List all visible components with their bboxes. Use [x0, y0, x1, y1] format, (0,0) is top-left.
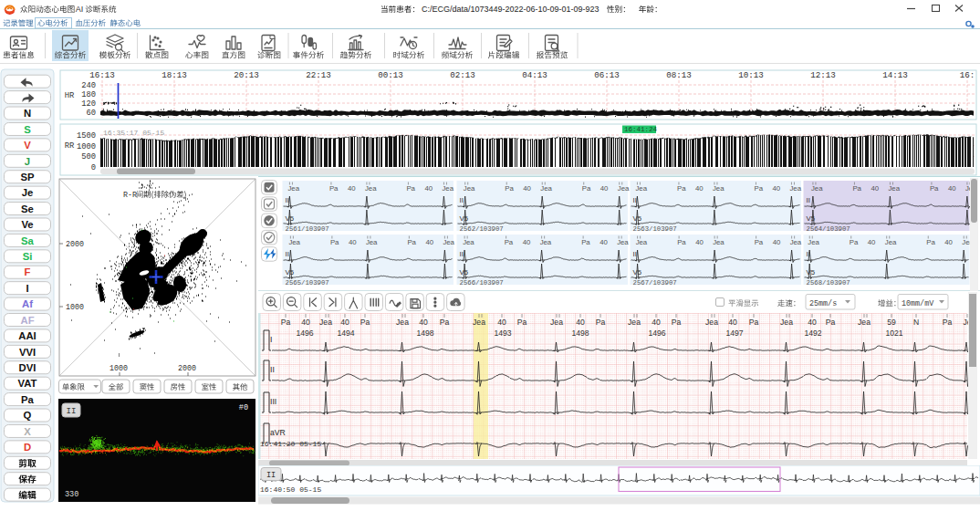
svg-text:16:: 16:: [960, 70, 975, 80]
svg-text:Pa: Pa: [852, 184, 861, 193]
svg-text:16:40:50 05-15: 16:40:50 05-15: [260, 485, 321, 494]
svg-text:V5: V5: [633, 214, 642, 223]
svg-text:Pa: Pa: [440, 318, 450, 327]
svg-text:2000: 2000: [178, 364, 196, 372]
svg-text:Jea: Jea: [464, 184, 475, 193]
svg-text:1000: 1000: [109, 364, 128, 372]
svg-text:Pa: Pa: [926, 238, 935, 246]
svg-text:Jea: Jea: [635, 184, 647, 193]
svg-text:Jea: Jea: [287, 184, 299, 193]
svg-text:II: II: [633, 250, 637, 258]
svg-text:10:13: 10:13: [738, 70, 764, 80]
svg-text:40: 40: [728, 318, 737, 327]
svg-text:08:13: 08:13: [666, 70, 692, 80]
svg-text:Jea: Jea: [550, 318, 563, 327]
svg-text:Jea: Jea: [396, 318, 409, 327]
svg-text:Jea: Jea: [790, 238, 802, 246]
svg-text:II: II: [286, 250, 289, 258]
svg-text:16:41:20 05-15: 16:41:20 05-15: [260, 440, 321, 448]
svg-text:Jea: Jea: [705, 318, 718, 327]
svg-text:25mm/s: 25mm/s: [809, 299, 837, 308]
svg-text:AAI: AAI: [18, 330, 36, 341]
svg-text:Pa: Pa: [749, 318, 759, 327]
svg-text:40: 40: [695, 184, 704, 193]
svg-text:1496: 1496: [296, 328, 313, 338]
svg-text:Jea: Jea: [628, 318, 641, 327]
svg-text:16:41:24: 16:41:24: [624, 126, 658, 133]
svg-text:0: 0: [91, 163, 96, 172]
svg-text:Jea: Jea: [366, 238, 378, 246]
svg-text:Pa: Pa: [581, 238, 590, 246]
svg-text:V5: V5: [286, 214, 295, 223]
svg-text:40: 40: [576, 318, 585, 327]
svg-text:Jea: Jea: [319, 318, 332, 327]
svg-text:Jea: Jea: [780, 318, 793, 327]
svg-text:14:13: 14:13: [882, 70, 908, 80]
svg-text:40: 40: [600, 184, 609, 193]
svg-text:00:13: 00:13: [378, 70, 403, 80]
svg-text:II: II: [633, 196, 637, 204]
svg-text:16:35:17 05-15: 16:35:17 05-15: [103, 129, 164, 137]
svg-text:40: 40: [599, 238, 608, 246]
svg-text:Jea: Jea: [636, 238, 648, 246]
svg-text:240: 240: [81, 81, 96, 90]
svg-text:Ve: Ve: [21, 219, 33, 230]
svg-text:V5: V5: [807, 268, 816, 276]
svg-text:Si: Si: [23, 251, 33, 262]
svg-text:Pa: Pa: [672, 318, 682, 327]
svg-text:RR: RR: [65, 141, 75, 151]
svg-text:2000: 2000: [66, 240, 84, 248]
svg-text:Jea: Jea: [858, 318, 871, 327]
svg-text:Pa: Pa: [21, 394, 35, 405]
svg-text:1021: 1021: [885, 328, 902, 338]
svg-text:V5: V5: [807, 214, 816, 223]
svg-text:Pa: Pa: [755, 238, 764, 246]
svg-text:Jea: Jea: [885, 238, 897, 246]
svg-text:12:13: 12:13: [810, 70, 836, 80]
svg-text:V5: V5: [286, 268, 295, 276]
svg-text:II: II: [286, 196, 289, 204]
svg-text:60: 60: [86, 109, 96, 118]
svg-text:Jea: Jea: [442, 184, 454, 193]
svg-text:59: 59: [887, 318, 896, 327]
svg-text:Pa: Pa: [850, 238, 859, 246]
svg-text:Jea: Jea: [540, 184, 552, 193]
svg-text:Pa: Pa: [596, 318, 606, 327]
svg-text:Jea: Jea: [617, 238, 629, 246]
svg-text:1494: 1494: [337, 328, 354, 338]
svg-text:Sa: Sa: [21, 235, 35, 246]
svg-text:1000: 1000: [66, 303, 84, 311]
svg-text:2561/103907: 2561/103907: [286, 225, 329, 233]
svg-text:II: II: [67, 407, 77, 416]
svg-text:1497: 1497: [725, 328, 743, 338]
svg-text:1496: 1496: [648, 328, 665, 338]
svg-text:40: 40: [349, 238, 357, 246]
svg-text:AI: AI: [76, 5, 84, 14]
svg-text:1500: 1500: [77, 131, 96, 141]
svg-text:Pa: Pa: [505, 184, 514, 193]
svg-text:180: 180: [81, 90, 96, 99]
svg-text:Pa: Pa: [517, 318, 527, 327]
svg-text:40: 40: [652, 318, 661, 327]
svg-text:N: N: [913, 318, 919, 327]
svg-text:2562/103907: 2562/103907: [460, 225, 504, 233]
svg-text:Jea: Jea: [808, 238, 819, 246]
svg-text:Pa: Pa: [505, 238, 514, 246]
svg-text:500: 500: [81, 152, 96, 162]
svg-text:40: 40: [523, 238, 531, 246]
svg-text:III: III: [270, 397, 276, 406]
svg-text:40: 40: [419, 318, 428, 327]
svg-text:VAT: VAT: [18, 378, 37, 389]
svg-text:2565/103907: 2565/103907: [286, 279, 329, 287]
svg-text:V5: V5: [460, 214, 469, 223]
svg-text:V5: V5: [460, 268, 469, 276]
svg-text:#0: #0: [239, 403, 248, 412]
svg-text:Pa: Pa: [329, 184, 339, 193]
svg-text:Jea: Jea: [365, 184, 377, 193]
svg-text:F: F: [25, 266, 31, 277]
svg-text:18:13: 18:13: [162, 70, 187, 80]
svg-text:aVR: aVR: [270, 428, 286, 437]
svg-text:1492: 1492: [804, 328, 821, 338]
svg-text:Pa: Pa: [407, 238, 416, 246]
svg-text:Af: Af: [22, 298, 33, 309]
